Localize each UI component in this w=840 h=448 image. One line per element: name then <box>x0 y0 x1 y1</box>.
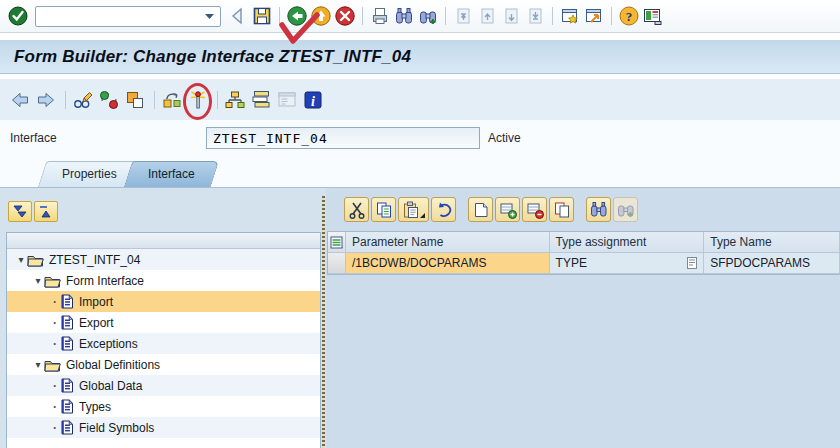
check-toggle-icon[interactable] <box>97 88 121 112</box>
sap-gui-window: ? Form Builder: Change Interface ZTEST_I… <box>0 0 840 448</box>
leaf-dot: · <box>49 379 61 393</box>
copy-icon <box>375 201 393 219</box>
tree-item-label: Exceptions <box>79 337 138 351</box>
hierarchy-icon[interactable] <box>223 88 247 112</box>
tab-properties[interactable]: Properties <box>42 161 137 187</box>
toolbar-separator <box>65 91 66 109</box>
table-view-icon[interactable] <box>249 88 273 112</box>
table-toolbar <box>344 197 640 222</box>
find-button[interactable] <box>586 197 611 222</box>
tree-item-types[interactable]: ·Types <box>7 396 320 417</box>
tree-item-import[interactable]: ·Import <box>7 291 320 312</box>
document-icon <box>61 378 74 393</box>
tree-item-label: Import <box>79 295 113 309</box>
toolbar-separator <box>552 7 553 25</box>
document-icon <box>61 420 74 435</box>
column-header-type-assignment[interactable]: Type assignment <box>550 232 705 253</box>
folder-icon <box>44 358 61 372</box>
activate-icon[interactable] <box>186 88 210 112</box>
tab-interface[interactable]: Interface <box>128 161 215 187</box>
customize-layout-icon[interactable] <box>641 4 665 28</box>
tree-item-form-interface[interactable]: ▾Form Interface <box>7 270 320 291</box>
cell-parameter-name[interactable]: /1BCDWB/DOCPARAMS <box>346 253 550 274</box>
create-shortcut-icon[interactable] <box>582 4 606 28</box>
back-icon[interactable] <box>285 4 309 28</box>
expander-icon[interactable]: ▾ <box>32 359 44 370</box>
cell-type-name[interactable]: SFPDOCPARAMS <box>704 253 840 274</box>
cancel-icon[interactable] <box>333 4 357 28</box>
tree-item-label: Form Interface <box>66 274 144 288</box>
title-bar: Form Builder: Change Interface ZTEST_INT… <box>0 40 840 74</box>
panel-splitter[interactable] <box>322 196 325 448</box>
interface-name-field[interactable]: ZTEST_INTF_04 <box>206 127 480 149</box>
undo-button[interactable] <box>431 197 456 222</box>
exit-icon[interactable] <box>309 4 333 28</box>
paste-button[interactable] <box>398 197 429 222</box>
toolbar-separator <box>362 7 363 25</box>
row-selector-cell[interactable] <box>328 253 346 274</box>
last-page-icon[interactable] <box>523 4 547 28</box>
toolbar-separator <box>611 7 612 25</box>
table-body: /1BCDWB/DOCPARAMSTYPESFPDOCPARAMS <box>328 253 840 274</box>
find-icon[interactable] <box>392 4 416 28</box>
document-icon <box>61 336 74 351</box>
info-icon[interactable]: i <box>301 88 325 112</box>
forward-arrow-icon[interactable] <box>34 88 58 112</box>
folder-icon <box>27 253 44 267</box>
display-change-icon[interactable] <box>71 88 95 112</box>
back-arrow-icon[interactable] <box>8 88 32 112</box>
svg-text:?: ? <box>626 9 633 24</box>
new-session-icon[interactable] <box>558 4 582 28</box>
leaf-dot: · <box>49 295 61 309</box>
folder-icon <box>44 274 61 288</box>
tree-item-global-definitions[interactable]: ▾Global Definitions <box>7 354 320 375</box>
expand-all-icon <box>12 204 28 219</box>
undo-icon <box>435 201 453 219</box>
duplicate-row-button[interactable] <box>549 197 574 222</box>
document-icon <box>61 399 74 414</box>
previous-page-icon[interactable] <box>475 4 499 28</box>
interface-label: Interface <box>10 131 57 145</box>
find-next-icon[interactable] <box>416 4 440 28</box>
append-row-button[interactable] <box>495 197 520 222</box>
command-field[interactable] <box>35 6 221 27</box>
cell-type-assignment[interactable]: TYPE <box>550 253 705 274</box>
cut-button[interactable] <box>344 197 369 222</box>
save-icon[interactable] <box>250 4 274 28</box>
select-all-header-cell[interactable] <box>328 232 346 253</box>
tree-item-label: Global Definitions <box>66 358 160 372</box>
tree-item-field-symbols[interactable]: ·Field Symbols <box>7 417 320 438</box>
tree-item-label: ZTEST_INTF_04 <box>49 253 140 267</box>
insert-row-icon <box>499 201 517 219</box>
expander-icon[interactable]: ▾ <box>15 254 27 265</box>
tree-item-global-data[interactable]: ·Global Data <box>7 375 320 396</box>
copy-icon[interactable] <box>123 88 147 112</box>
column-header-parameter-name[interactable]: Parameter Name <box>346 232 550 253</box>
expander-icon[interactable]: ▾ <box>32 275 44 286</box>
status-text: Active <box>488 131 521 145</box>
expand-all-button[interactable] <box>8 201 32 222</box>
print-icon[interactable] <box>368 4 392 28</box>
tree-item-ztest-intf-04[interactable]: ▾ZTEST_INTF_04 <box>7 249 320 270</box>
system-toolbar: ? <box>0 0 840 33</box>
tree-item-export[interactable]: ·Export <box>7 312 320 333</box>
header-field-row: Interface ZTEST_INTF_04 Active <box>0 120 840 157</box>
transfer-icon[interactable] <box>160 88 184 112</box>
insert-line-button[interactable] <box>468 197 493 222</box>
help-icon[interactable]: ? <box>617 4 641 28</box>
tree-header <box>7 233 320 249</box>
column-header-type-name[interactable]: Type Name <box>704 232 840 253</box>
parameter-panel: Parameter Name Type assignment Type Name… <box>326 188 840 448</box>
next-page-icon[interactable] <box>499 4 523 28</box>
enter-icon[interactable] <box>6 4 30 28</box>
table-row: /1BCDWB/DOCPARAMSTYPESFPDOCPARAMS <box>328 253 840 274</box>
copy-button[interactable] <box>371 197 396 222</box>
collapse-all-button[interactable] <box>34 201 58 222</box>
back-triangle-icon[interactable] <box>226 4 250 28</box>
dropdown-icon[interactable] <box>204 12 215 20</box>
form-view-icon <box>275 88 299 112</box>
first-page-icon[interactable] <box>451 4 475 28</box>
delete-row-icon <box>526 201 544 219</box>
delete-row-button[interactable] <box>522 197 547 222</box>
tree-item-exceptions[interactable]: ·Exceptions <box>7 333 320 354</box>
